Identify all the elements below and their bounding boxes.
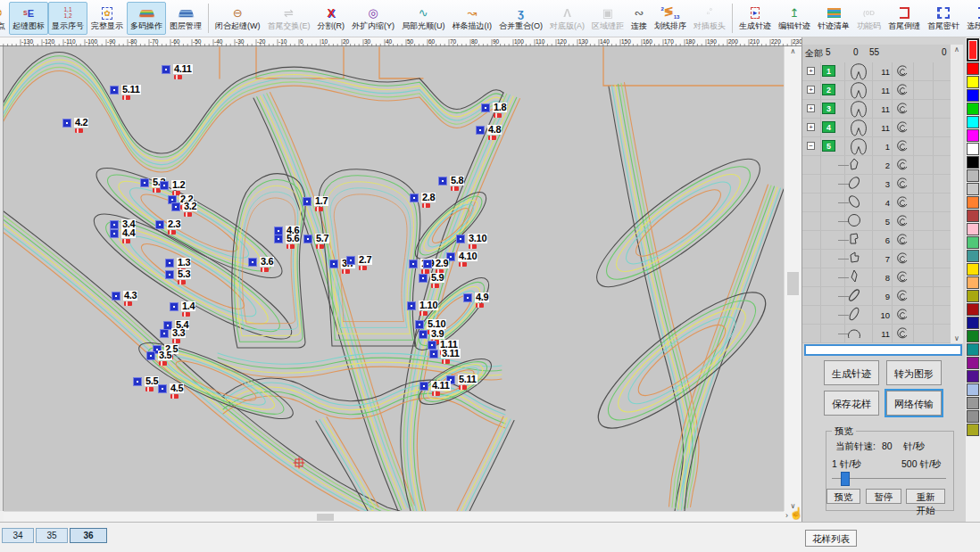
collapse-icon[interactable]: − bbox=[807, 142, 815, 150]
stitch-label[interactable]: 3.5 bbox=[146, 350, 172, 363]
object-tree-list[interactable]: +111+211+311+411−51234567891011 bbox=[802, 62, 951, 343]
stitch-label[interactable]: 1.8 bbox=[481, 103, 507, 115]
color-swatch[interactable] bbox=[967, 317, 979, 329]
color-swatch[interactable] bbox=[967, 410, 979, 423]
network-transfer-button[interactable]: 网络传输 bbox=[886, 391, 942, 416]
pattern-tab-36[interactable]: 36 bbox=[70, 528, 107, 543]
vertical-scroll-thumb[interactable] bbox=[787, 272, 799, 295]
color-swatch[interactable] bbox=[967, 276, 979, 289]
color-swatch[interactable] bbox=[967, 303, 979, 316]
stitch-label[interactable]: 2.3 bbox=[155, 219, 181, 232]
list-scroll-down-icon[interactable]: ∨ bbox=[951, 334, 963, 342]
toolbar-button-split[interactable]: X分割(R) bbox=[314, 2, 349, 35]
color-swatch[interactable] bbox=[967, 357, 979, 369]
toolbar-button-stitch-list[interactable]: 针迹清单 bbox=[814, 2, 853, 35]
object-row[interactable]: 11 bbox=[802, 325, 951, 343]
scroll-up-icon[interactable]: ∧ bbox=[785, 47, 801, 55]
stitch-label[interactable]: 4.3 bbox=[112, 291, 137, 303]
toolbar-button-start-stitch-mark[interactable]: SE起缝图标 bbox=[9, 2, 48, 35]
design-canvas[interactable]: 4.115.114.25.21.22.23.23.44.42.31.35.34.… bbox=[4, 46, 784, 511]
toolbar-button-backtack-ends[interactable]: 首尾倒缝 bbox=[884, 2, 924, 35]
stitch-label[interactable]: 3.3 bbox=[160, 328, 186, 341]
preview-play-button[interactable]: 预览 bbox=[826, 489, 860, 504]
stitch-label[interactable]: 3.10 bbox=[456, 234, 487, 246]
color-swatch[interactable] bbox=[967, 424, 979, 436]
object-row[interactable]: 6 bbox=[802, 231, 951, 250]
stitch-label[interactable]: 2.8 bbox=[410, 193, 436, 205]
expand-icon[interactable]: + bbox=[807, 67, 815, 75]
toolbar-button-offset-contour[interactable]: ◎外扩内缩(Y) bbox=[348, 2, 398, 35]
stitch-label[interactable]: 4.10 bbox=[446, 251, 478, 264]
color-swatch[interactable] bbox=[967, 397, 979, 409]
color-swatch[interactable] bbox=[967, 383, 979, 396]
color-swatch[interactable] bbox=[967, 236, 979, 249]
stitch-label[interactable]: 5.5 bbox=[133, 376, 159, 389]
object-row[interactable]: +311 bbox=[802, 100, 951, 119]
object-row[interactable]: +411 bbox=[802, 119, 951, 137]
color-swatch[interactable] bbox=[967, 210, 979, 222]
stitch-label[interactable]: 4.8 bbox=[476, 125, 502, 137]
object-row[interactable]: 7 bbox=[802, 250, 951, 268]
color-swatch[interactable] bbox=[967, 183, 979, 195]
toolbar-button-line-sort[interactable]: 2≶13划线排序 bbox=[651, 2, 690, 35]
color-swatch[interactable] bbox=[967, 343, 979, 356]
stitch-label[interactable]: 2.9 bbox=[423, 259, 449, 271]
toolbar-button-layer-manager[interactable]: 图层管理 bbox=[166, 2, 205, 35]
toolbar-button-origin[interactable]: ❂原点 bbox=[0, 2, 9, 35]
save-pattern-button[interactable]: 保存花样 bbox=[824, 391, 879, 416]
color-swatch[interactable] bbox=[967, 116, 979, 128]
object-row[interactable]: −51 bbox=[802, 137, 951, 156]
color-swatch[interactable] bbox=[967, 290, 979, 302]
color-swatch[interactable] bbox=[967, 103, 979, 115]
stitch-label[interactable]: 5.6 bbox=[274, 234, 300, 246]
toolbar-button-close-loop[interactable]: ⊖闭合起缝(W) bbox=[212, 2, 264, 35]
pattern-tab-35[interactable]: 35 bbox=[36, 528, 68, 543]
color-swatch[interactable] bbox=[967, 223, 979, 235]
object-row[interactable]: 3 bbox=[802, 175, 951, 194]
stitch-label[interactable]: 5.7 bbox=[303, 234, 329, 246]
object-row[interactable]: 2 bbox=[802, 156, 951, 175]
object-row[interactable]: 5 bbox=[802, 212, 951, 231]
toolbar-button-local-smooth[interactable]: ∿局部光顺(U) bbox=[398, 2, 449, 35]
convert-to-graphic-button[interactable]: 转为图形 bbox=[886, 360, 942, 385]
toolbar-button-spline-outline[interactable]: ↝样条描边(I) bbox=[449, 2, 496, 35]
color-swatch[interactable] bbox=[967, 370, 979, 383]
stitch-label[interactable]: 2.7 bbox=[346, 255, 372, 268]
stitch-label[interactable]: 5.8 bbox=[438, 176, 464, 188]
generate-stitches-button[interactable]: 生成针迹 bbox=[824, 360, 879, 385]
toolbar-button-merge-overlap[interactable]: ʒ合并重合(O) bbox=[495, 2, 546, 35]
toolbar-button-dense-ends[interactable]: 首尾密针 bbox=[924, 2, 963, 35]
object-row[interactable]: 4 bbox=[802, 194, 951, 212]
pause-button[interactable]: 暂停 bbox=[866, 489, 901, 504]
object-row[interactable]: +211 bbox=[802, 81, 951, 100]
object-row[interactable]: 8 bbox=[802, 268, 951, 287]
expand-icon[interactable]: + bbox=[807, 104, 815, 112]
stitch-label[interactable]: 1.2 bbox=[160, 180, 186, 193]
color-swatch[interactable] bbox=[967, 156, 979, 169]
color-swatch[interactable] bbox=[967, 196, 979, 209]
stitch-label[interactable]: 4.4 bbox=[110, 228, 136, 241]
horizontal-scrollbar[interactable] bbox=[4, 511, 784, 522]
toolbar-button-connect[interactable]: ∾连接 bbox=[627, 2, 651, 35]
stitch-label[interactable]: 1.10 bbox=[407, 301, 438, 313]
horizontal-scroll-thumb[interactable] bbox=[317, 514, 334, 521]
expand-icon[interactable]: + bbox=[807, 123, 815, 131]
stitch-label[interactable]: 5.9 bbox=[419, 273, 444, 285]
expand-icon[interactable]: + bbox=[807, 86, 815, 94]
stitch-label[interactable]: 3.2 bbox=[171, 202, 197, 214]
toolbar-button-dense-segment[interactable]: 选段密针 bbox=[963, 2, 980, 35]
stitch-label[interactable]: 1.4 bbox=[170, 301, 195, 314]
object-row[interactable]: +111 bbox=[802, 62, 951, 81]
object-row[interactable]: 9 bbox=[802, 287, 951, 306]
stitch-label[interactable]: 5.3 bbox=[165, 269, 191, 282]
stitch-label[interactable]: 3.11 bbox=[429, 349, 461, 361]
restart-button[interactable]: 重新开始 bbox=[906, 489, 945, 504]
stitch-label[interactable]: 4.11 bbox=[419, 381, 451, 393]
color-swatch[interactable] bbox=[967, 62, 979, 75]
toolbar-button-multi-code[interactable]: 多码操作 bbox=[127, 2, 166, 35]
stitch-label[interactable]: 5.11 bbox=[446, 375, 478, 387]
object-row[interactable]: 10 bbox=[802, 306, 951, 325]
stitch-label[interactable]: 1.7 bbox=[303, 196, 328, 209]
color-swatch[interactable] bbox=[967, 129, 979, 142]
toolbar-button-fit-view[interactable]: ✿完整显示 bbox=[87, 2, 127, 35]
